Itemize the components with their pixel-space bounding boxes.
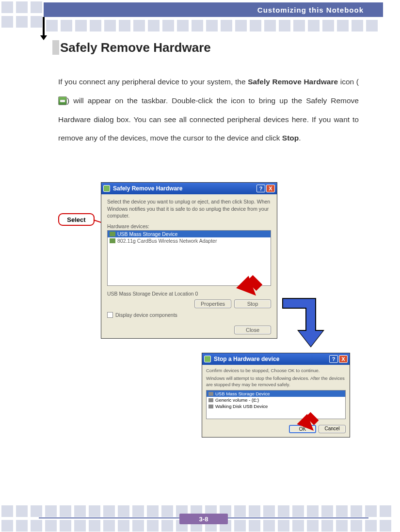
network-adapter-icon — [110, 238, 115, 243]
dialog2-titlebar: Stop a Hardware device ? X — [202, 353, 350, 365]
para-1f: . — [299, 134, 301, 142]
dialog2-instruction-a: Confirm devices to be stopped, Choose OK… — [202, 365, 350, 376]
dialog-safely-remove: Safely Remove Hardware ? X Select the de… — [101, 182, 277, 339]
stop-button[interactable]: Stop — [234, 299, 271, 308]
display-components-checkbox[interactable] — [107, 312, 113, 318]
blue-arrow-icon — [282, 298, 316, 309]
para-1e: Stop — [282, 134, 299, 142]
usb-device-icon — [110, 232, 115, 236]
para-1d: ) will appear on the taskbar. Double-cli… — [58, 96, 359, 142]
heading-text: Safely Remove Hardware — [52, 40, 211, 55]
para-1a: If you connect any peripheral device to … — [58, 78, 248, 86]
stop-devices-list[interactable]: USB Mass Storage Device Generic volume -… — [206, 390, 346, 419]
list-item-label: Generic volume - (E:) — [215, 397, 259, 403]
usb-device-icon — [208, 392, 213, 396]
hardware-devices-label: Hardware devices: — [107, 223, 271, 229]
tray-hardware-icon — [58, 96, 67, 105]
header-title: Customizing this Notebook — [257, 6, 364, 14]
decor-row-2 — [45, 18, 379, 33]
header-bar: Customizing this Notebook — [44, 2, 383, 17]
blue-arrow-head-icon — [299, 331, 323, 346]
display-components-label: Display device components — [115, 312, 177, 318]
para-1c: icon ( — [338, 78, 359, 86]
dialog1-titlebar: Safely Remove Hardware ? X — [101, 183, 277, 194]
list-item-label: 802.11g CardBus Wireless Network Adapter — [117, 238, 217, 244]
heading-accent — [52, 40, 59, 55]
list-item[interactable]: 802.11g CardBus Wireless Network Adapter — [108, 237, 271, 244]
blue-arrow-icon — [305, 308, 316, 332]
hardware-icon — [204, 356, 211, 362]
properties-button[interactable]: Properties — [194, 299, 231, 308]
close-button[interactable]: X — [266, 185, 275, 192]
list-item-label: USB Mass Storage Device — [117, 231, 177, 237]
list-item[interactable]: Generic volume - (E:) — [207, 397, 345, 403]
list-item[interactable]: USB Mass Storage Device — [207, 391, 345, 397]
dialog-stop-device: Stop a Hardware device ? X Confirm devic… — [202, 353, 350, 438]
hardware-icon — [103, 185, 110, 192]
disk-icon — [208, 405, 213, 408]
volume-icon — [208, 398, 213, 402]
list-item-label: USB Mass Storage Device — [215, 391, 270, 396]
cancel-button[interactable]: Cancel — [319, 425, 346, 433]
dialog1-instruction: Select the device you want to unplug or … — [107, 198, 271, 219]
help-button[interactable]: ? — [256, 185, 265, 192]
page-number: 3-8 — [179, 514, 228, 524]
list-item[interactable]: USB Mass Storage Device — [108, 231, 271, 237]
para-1b: Safely Remove Hardware — [248, 78, 338, 86]
dialog1-title: Safely Remove Hardware — [113, 185, 256, 192]
body-paragraph: If you connect any peripheral device to … — [58, 73, 359, 148]
list-item-label: Walking Disk USB Device — [215, 404, 268, 409]
list-item[interactable]: Walking Disk USB Device — [207, 403, 345, 409]
help-button[interactable]: ? — [329, 355, 338, 363]
close-dialog-button[interactable]: Close — [234, 326, 271, 334]
close-button[interactable]: X — [339, 355, 348, 363]
section-heading: Safely Remove Hardware — [52, 40, 211, 55]
dialog2-instruction-b: Windows will attempt to stop the followi… — [202, 376, 350, 390]
dialog2-title: Stop a Hardware device — [214, 356, 328, 362]
margin-arrow-icon — [43, 17, 45, 36]
callout-select: Select — [58, 213, 95, 226]
